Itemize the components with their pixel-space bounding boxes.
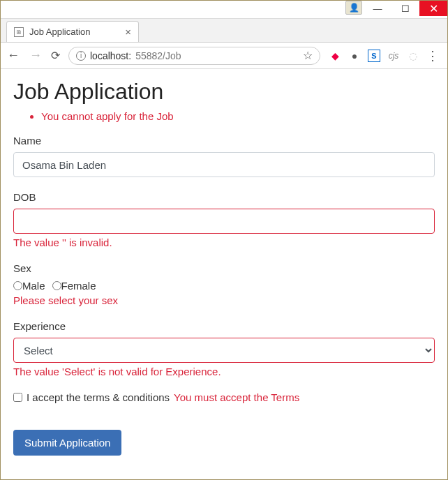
tab-bar: 🗎 Job Application × xyxy=(1,19,447,43)
field-experience: Experience Select The value 'Select' is … xyxy=(13,320,435,377)
dob-label: DOB xyxy=(13,191,435,203)
browser-window: 👤 — ☐ ✕ 🗎 Job Application × ← → ⟳ i loca… xyxy=(0,0,448,480)
extension-icon[interactable]: S xyxy=(368,50,380,62)
browser-menu-button[interactable]: ⋮ xyxy=(426,48,439,63)
field-terms: I accept the terms & conditions You must… xyxy=(13,391,435,403)
field-sex: Sex Male Female Please select your sex xyxy=(13,262,435,306)
reload-button[interactable]: ⟳ xyxy=(51,49,60,62)
extension-icon[interactable]: ● xyxy=(348,50,361,62)
name-label: Name xyxy=(13,135,435,147)
experience-error: The value 'Select' is not valid for Expe… xyxy=(13,366,435,377)
sex-radio-male[interactable] xyxy=(13,281,22,290)
sex-male-label: Male xyxy=(22,280,45,292)
tab-close-icon[interactable]: × xyxy=(125,26,131,38)
extension-icon[interactable]: ◆ xyxy=(329,50,341,62)
sex-options: Male Female xyxy=(13,280,435,292)
name-input[interactable] xyxy=(13,152,435,177)
browser-tab[interactable]: 🗎 Job Application × xyxy=(6,21,139,42)
maximize-button[interactable]: ☐ xyxy=(391,1,419,16)
url-host: localhost: xyxy=(90,50,131,61)
minimize-button[interactable]: — xyxy=(364,1,391,16)
window-close-button[interactable]: ✕ xyxy=(419,1,447,16)
terms-error: You must accept the Terms xyxy=(174,391,299,403)
experience-label: Experience xyxy=(13,320,435,332)
extension-icons: ◆ ● S cjs ◌ ⋮ xyxy=(329,48,442,63)
site-info-icon[interactable]: i xyxy=(76,51,86,61)
page-content: Job Application You cannot apply for the… xyxy=(1,69,447,479)
terms-label: I accept the terms & conditions xyxy=(27,391,170,403)
bookmark-star-icon[interactable]: ☆ xyxy=(303,49,313,62)
sex-label: Sex xyxy=(13,262,435,274)
page-icon: 🗎 xyxy=(14,27,24,37)
user-account-icon[interactable]: 👤 xyxy=(345,1,362,15)
sex-radio-female[interactable] xyxy=(52,281,61,290)
experience-select[interactable]: Select xyxy=(13,338,435,363)
extension-icon[interactable]: ◌ xyxy=(407,50,419,62)
sex-option-male[interactable]: Male xyxy=(13,280,45,292)
validation-summary-item: You cannot apply for the Job xyxy=(41,110,435,122)
url-field[interactable]: i localhost:55882/Job ☆ xyxy=(68,47,320,65)
sex-error: Please select your sex xyxy=(13,294,435,306)
dob-error: The value '' is invalid. xyxy=(13,237,435,248)
terms-checkbox[interactable] xyxy=(13,393,22,402)
forward-button: → xyxy=(29,48,43,63)
url-path: 55882/Job xyxy=(135,50,181,61)
address-bar: ← → ⟳ i localhost:55882/Job ☆ ◆ ● S cjs … xyxy=(1,43,447,69)
dob-input[interactable] xyxy=(13,209,435,234)
back-button[interactable]: ← xyxy=(6,48,20,63)
submit-button[interactable]: Submit Application xyxy=(13,430,121,456)
field-dob: DOB The value '' is invalid. xyxy=(13,191,435,248)
validation-summary: You cannot apply for the Job xyxy=(13,110,435,122)
sex-option-female[interactable]: Female xyxy=(52,280,96,292)
titlebar: 👤 — ☐ ✕ xyxy=(1,1,447,19)
tab-title: Job Application xyxy=(29,27,90,37)
field-name: Name xyxy=(13,135,435,177)
window-controls: — ☐ ✕ xyxy=(364,1,447,16)
page-title: Job Application xyxy=(13,79,435,105)
sex-female-label: Female xyxy=(61,280,96,292)
extension-icon[interactable]: cjs xyxy=(387,50,400,62)
